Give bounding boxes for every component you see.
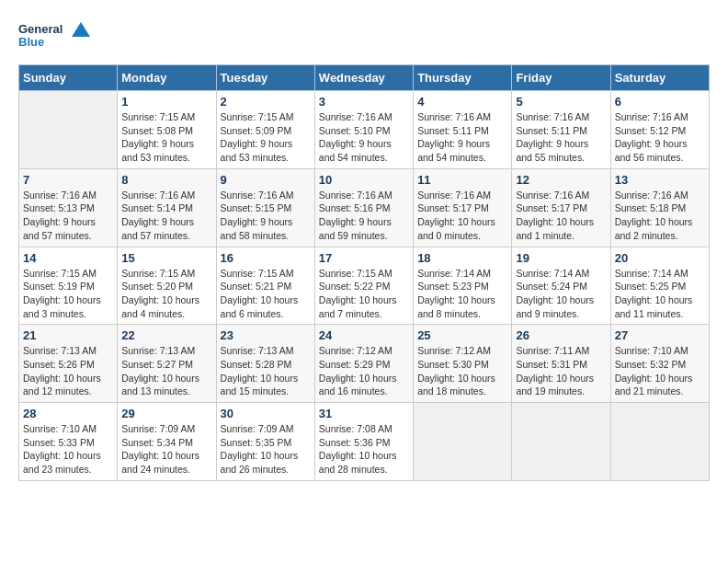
column-header-sunday: Sunday xyxy=(19,65,118,91)
calendar-cell: 31Sunrise: 7:08 AMSunset: 5:36 PMDayligh… xyxy=(314,403,413,481)
day-number: 3 xyxy=(319,95,409,109)
calendar-week-3: 14Sunrise: 7:15 AMSunset: 5:19 PMDayligh… xyxy=(19,247,710,325)
day-number: 29 xyxy=(121,407,211,420)
calendar-cell: 10Sunrise: 7:16 AMSunset: 5:16 PMDayligh… xyxy=(314,168,413,247)
column-header-tuesday: Tuesday xyxy=(216,65,314,91)
day-number: 22 xyxy=(121,328,211,342)
calendar-cell: 7Sunrise: 7:16 AMSunset: 5:13 PMDaylight… xyxy=(19,168,118,247)
calendar-cell: 24Sunrise: 7:12 AMSunset: 5:29 PMDayligh… xyxy=(314,325,413,403)
day-number: 7 xyxy=(23,173,113,187)
day-info: Sunrise: 7:16 AMSunset: 5:17 PMDaylight:… xyxy=(516,189,606,243)
day-number: 31 xyxy=(319,407,409,420)
calendar-cell: 12Sunrise: 7:16 AMSunset: 5:17 PMDayligh… xyxy=(512,168,610,247)
calendar-cell: 8Sunrise: 7:16 AMSunset: 5:14 PMDaylight… xyxy=(118,168,216,247)
calendar-cell xyxy=(512,403,610,481)
day-number: 20 xyxy=(615,251,705,265)
day-number: 17 xyxy=(319,251,409,265)
day-number: 11 xyxy=(417,173,507,187)
day-info: Sunrise: 7:16 AMSunset: 5:12 PMDaylight:… xyxy=(615,110,705,165)
day-number: 10 xyxy=(319,173,409,187)
day-number: 24 xyxy=(319,328,409,342)
day-info: Sunrise: 7:16 AMSunset: 5:14 PMDaylight:… xyxy=(121,189,211,243)
day-info: Sunrise: 7:13 AMSunset: 5:27 PMDaylight:… xyxy=(121,344,211,398)
calendar-cell: 25Sunrise: 7:12 AMSunset: 5:30 PMDayligh… xyxy=(414,325,512,403)
day-info: Sunrise: 7:16 AMSunset: 5:13 PMDaylight:… xyxy=(23,189,113,243)
calendar-cell: 23Sunrise: 7:13 AMSunset: 5:28 PMDayligh… xyxy=(216,325,314,403)
calendar-cell: 22Sunrise: 7:13 AMSunset: 5:27 PMDayligh… xyxy=(118,325,216,403)
day-number: 27 xyxy=(615,328,705,342)
day-info: Sunrise: 7:11 AMSunset: 5:31 PMDaylight:… xyxy=(516,344,606,398)
calendar-cell: 28Sunrise: 7:10 AMSunset: 5:33 PMDayligh… xyxy=(19,403,118,481)
day-info: Sunrise: 7:15 AMSunset: 5:19 PMDaylight:… xyxy=(23,267,113,321)
calendar-cell: 14Sunrise: 7:15 AMSunset: 5:19 PMDayligh… xyxy=(19,247,118,325)
column-header-thursday: Thursday xyxy=(414,65,512,91)
calendar-cell: 27Sunrise: 7:10 AMSunset: 5:32 PMDayligh… xyxy=(610,325,709,403)
day-number: 30 xyxy=(221,407,311,420)
day-info: Sunrise: 7:12 AMSunset: 5:30 PMDaylight:… xyxy=(417,344,507,398)
column-header-saturday: Saturday xyxy=(610,65,709,91)
calendar-cell: 26Sunrise: 7:11 AMSunset: 5:31 PMDayligh… xyxy=(512,325,610,403)
column-header-monday: Monday xyxy=(118,65,216,91)
day-number: 25 xyxy=(417,328,507,342)
calendar-week-2: 7Sunrise: 7:16 AMSunset: 5:13 PMDaylight… xyxy=(19,168,710,247)
day-number: 18 xyxy=(417,251,507,265)
calendar-cell: 1Sunrise: 7:15 AMSunset: 5:08 PMDaylight… xyxy=(118,91,216,169)
calendar-cell: 30Sunrise: 7:09 AMSunset: 5:35 PMDayligh… xyxy=(216,403,314,481)
calendar-week-5: 28Sunrise: 7:10 AMSunset: 5:33 PMDayligh… xyxy=(19,403,710,481)
day-number: 28 xyxy=(23,407,113,420)
header-row: SundayMondayTuesdayWednesdayThursdayFrid… xyxy=(19,65,710,91)
day-number: 2 xyxy=(221,95,311,109)
calendar-cell: 19Sunrise: 7:14 AMSunset: 5:24 PMDayligh… xyxy=(512,247,610,325)
svg-text:Blue: Blue xyxy=(18,35,44,49)
day-number: 8 xyxy=(121,173,211,187)
day-info: Sunrise: 7:16 AMSunset: 5:18 PMDaylight:… xyxy=(615,189,705,243)
day-info: Sunrise: 7:10 AMSunset: 5:33 PMDaylight:… xyxy=(23,422,113,477)
svg-text:General: General xyxy=(18,22,63,36)
calendar-table: SundayMondayTuesdayWednesdayThursdayFrid… xyxy=(18,64,710,481)
calendar-cell: 15Sunrise: 7:15 AMSunset: 5:20 PMDayligh… xyxy=(118,247,216,325)
calendar-cell: 6Sunrise: 7:16 AMSunset: 5:12 PMDaylight… xyxy=(610,91,709,169)
logo-svg: General Blue xyxy=(18,18,92,55)
calendar-cell: 4Sunrise: 7:16 AMSunset: 5:11 PMDaylight… xyxy=(414,91,512,169)
calendar-cell: 21Sunrise: 7:13 AMSunset: 5:26 PMDayligh… xyxy=(19,325,118,403)
calendar-cell: 5Sunrise: 7:16 AMSunset: 5:11 PMDaylight… xyxy=(512,91,610,169)
day-number: 6 xyxy=(615,95,705,109)
day-number: 12 xyxy=(516,173,606,187)
calendar-cell: 17Sunrise: 7:15 AMSunset: 5:22 PMDayligh… xyxy=(314,247,413,325)
day-info: Sunrise: 7:10 AMSunset: 5:32 PMDaylight:… xyxy=(615,344,705,398)
day-number: 19 xyxy=(516,251,606,265)
day-info: Sunrise: 7:14 AMSunset: 5:25 PMDaylight:… xyxy=(615,267,705,321)
day-number: 26 xyxy=(516,328,606,342)
logo: General Blue xyxy=(18,18,92,55)
calendar-cell: 18Sunrise: 7:14 AMSunset: 5:23 PMDayligh… xyxy=(414,247,512,325)
calendar-cell xyxy=(610,403,709,481)
day-number: 21 xyxy=(23,328,113,342)
day-number: 14 xyxy=(23,251,113,265)
column-header-wednesday: Wednesday xyxy=(314,65,413,91)
day-info: Sunrise: 7:13 AMSunset: 5:28 PMDaylight:… xyxy=(221,344,311,398)
calendar-cell: 3Sunrise: 7:16 AMSunset: 5:10 PMDaylight… xyxy=(314,91,413,169)
day-info: Sunrise: 7:16 AMSunset: 5:11 PMDaylight:… xyxy=(417,110,507,165)
day-number: 4 xyxy=(417,95,507,109)
day-info: Sunrise: 7:09 AMSunset: 5:35 PMDaylight:… xyxy=(221,422,311,477)
day-info: Sunrise: 7:08 AMSunset: 5:36 PMDaylight:… xyxy=(319,422,409,477)
day-info: Sunrise: 7:09 AMSunset: 5:34 PMDaylight:… xyxy=(121,422,211,477)
day-info: Sunrise: 7:15 AMSunset: 5:09 PMDaylight:… xyxy=(221,110,311,165)
calendar-week-1: 1Sunrise: 7:15 AMSunset: 5:08 PMDaylight… xyxy=(19,91,710,169)
day-info: Sunrise: 7:13 AMSunset: 5:26 PMDaylight:… xyxy=(23,344,113,398)
day-info: Sunrise: 7:15 AMSunset: 5:21 PMDaylight:… xyxy=(221,267,311,321)
day-info: Sunrise: 7:14 AMSunset: 5:24 PMDaylight:… xyxy=(516,267,606,321)
day-info: Sunrise: 7:16 AMSunset: 5:15 PMDaylight:… xyxy=(221,189,311,243)
day-info: Sunrise: 7:16 AMSunset: 5:16 PMDaylight:… xyxy=(319,189,409,243)
day-number: 23 xyxy=(221,328,311,342)
day-number: 9 xyxy=(221,173,311,187)
column-header-friday: Friday xyxy=(512,65,610,91)
day-info: Sunrise: 7:16 AMSunset: 5:11 PMDaylight:… xyxy=(516,110,606,165)
day-info: Sunrise: 7:15 AMSunset: 5:08 PMDaylight:… xyxy=(121,110,211,165)
day-number: 1 xyxy=(121,95,211,109)
day-info: Sunrise: 7:12 AMSunset: 5:29 PMDaylight:… xyxy=(319,344,409,398)
svg-marker-2 xyxy=(72,22,90,37)
calendar-week-4: 21Sunrise: 7:13 AMSunset: 5:26 PMDayligh… xyxy=(19,325,710,403)
day-info: Sunrise: 7:15 AMSunset: 5:22 PMDaylight:… xyxy=(319,267,409,321)
calendar-cell: 29Sunrise: 7:09 AMSunset: 5:34 PMDayligh… xyxy=(118,403,216,481)
